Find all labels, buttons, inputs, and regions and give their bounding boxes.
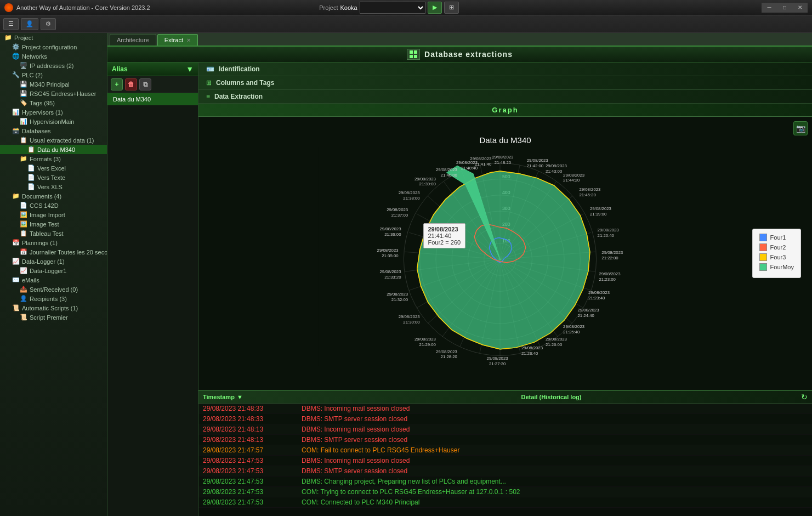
sidebar-item[interactable]: 📤Sent/Received (0) [0, 285, 107, 294]
delete-extraction-button[interactable]: 🗑 [125, 78, 137, 90]
columns-tags-section[interactable]: ⊞ Columns and Tags [198, 76, 812, 90]
list-item[interactable]: Data du M340 [107, 93, 198, 105]
log-row: 29/08/2023 21:47:53 DBMS: SMTP server se… [198, 466, 812, 477]
tree-label: eMails [22, 277, 39, 283]
log-row: 29/08/2023 21:48:33 DBMS: SMTP server se… [198, 414, 812, 424]
log-refresh-button[interactable]: ↻ [801, 393, 808, 401]
tab-extract[interactable]: Extract ✕ [157, 34, 198, 46]
sidebar-item[interactable]: 📊HypervisionMain [0, 117, 107, 126]
svg-text:29/08/2023: 29/08/2023 [387, 207, 408, 212]
svg-text:21:36:00: 21:36:00 [384, 232, 401, 237]
extraction-list: Alias ▼ + 🗑 ⧉ Data du M340 [107, 63, 198, 516]
sidebar-item[interactable]: 📈Data-Logger1 [0, 266, 107, 275]
sidebar-item[interactable]: 🖼️Image Import [0, 210, 107, 219]
sidebar-item[interactable]: 📄Vers XLS [0, 182, 107, 191]
svg-text:21:23:00: 21:23:00 [599, 277, 616, 282]
tree-label: Vers XLS [37, 184, 63, 190]
legend-item-four3: Four3 [759, 253, 794, 261]
legend-label-four2: Four2 [770, 244, 786, 251]
svg-text:21:35:00: 21:35:00 [382, 253, 399, 258]
list-toolbar: + 🗑 ⧉ [107, 76, 198, 93]
tree-label: Data du M340 [37, 146, 75, 153]
sidebar-item[interactable]: 👤Recipients (3) [0, 294, 107, 303]
tree-label: Image Import [30, 212, 65, 218]
sidebar-item[interactable]: 📊Hypervisors (1) [0, 107, 107, 117]
legend-label-four1: Four1 [770, 234, 786, 241]
tree-icon: 📄 [20, 202, 27, 209]
log-timestamp: 29/08/2023 21:47:53 [203, 457, 302, 464]
tree-icon: 📜 [20, 314, 27, 321]
svg-text:21:39:00: 21:39:00 [419, 182, 436, 186]
sidebar-item[interactable]: 📁Documents (4) [0, 191, 107, 201]
sidebar-item[interactable]: 📁Project [0, 33, 107, 42]
sidebar-item[interactable]: 🗃️Databases [0, 126, 107, 135]
sidebar-item[interactable]: 📋Usual extracted data (1) [0, 135, 107, 145]
svg-text:21:28:20: 21:28:20 [440, 354, 457, 359]
log-body[interactable]: 29/08/2023 21:48:33 DBMS: Incoming mail … [198, 404, 812, 516]
log-detail-column: Detail (Historical log) [302, 394, 801, 400]
sidebar-item[interactable]: 💾RSG45 Endress+Hauser [0, 89, 107, 98]
sidebar-item[interactable]: 🌐Networks [0, 52, 107, 61]
radar-chart: Data du M340 [314, 135, 697, 371]
tree-label: Usual extracted data (1) [30, 137, 94, 144]
log-row: 29/08/2023 21:47:53 DBMS: Incoming mail … [198, 456, 812, 466]
play-button[interactable]: ▶ [428, 2, 442, 14]
minimize-button[interactable]: ─ [762, 3, 777, 13]
log-message: DBMS: SMTP server session closed [302, 467, 808, 475]
svg-text:21:38:00: 21:38:00 [403, 196, 420, 201]
svg-text:21:26:00: 21:26:00 [545, 342, 562, 347]
user-button[interactable]: 👤 [21, 18, 38, 30]
sidebar-item[interactable]: 📈Data-Logger (1) [0, 257, 107, 266]
sidebar-item[interactable]: 📄Vers Texte [0, 173, 107, 182]
settings-button[interactable]: ⚙ [41, 18, 56, 30]
grid-button[interactable]: ⊞ [444, 2, 459, 14]
legend-item-fourmoy: FourMoy [759, 263, 794, 271]
svg-text:29/08/2023: 29/08/2023 [379, 226, 401, 231]
sidebar-item[interactable]: 📜Automatic Scripts (1) [0, 303, 107, 313]
sidebar-item[interactable]: 📅Plannings (1) [0, 238, 107, 247]
log-message: DBMS: SMTP server session closed [302, 436, 808, 444]
sidebar-item[interactable]: 📄Vers Excel [0, 163, 107, 173]
identification-section[interactable]: 🪪 Identification [198, 63, 812, 76]
screenshot-button[interactable]: 📷 [793, 121, 808, 135]
legend-label-fourmoy: FourMoy [770, 264, 794, 270]
radar-title: Data du M340 [314, 135, 697, 145]
sidebar: 📁Project⚙️Project configuration🌐Networks… [0, 33, 107, 516]
tree-label: Tags (95) [30, 100, 55, 106]
svg-text:21:22:00: 21:22:00 [601, 256, 618, 260]
log-filter-icon[interactable]: ▼ [237, 394, 243, 400]
svg-text:29/08/2023: 29/08/2023 [588, 290, 609, 295]
svg-text:29/08/2023: 29/08/2023 [398, 190, 419, 195]
tree-label: IP addresses (2) [30, 63, 74, 69]
svg-text:21:48:20: 21:48:20 [494, 160, 511, 165]
copy-extraction-button[interactable]: ⧉ [139, 78, 151, 90]
sidebar-item[interactable]: 💾M340 Principal [0, 80, 107, 89]
sidebar-item[interactable]: 📄CCS 142D [0, 201, 107, 210]
sidebar-item[interactable]: 🏷️Tags (95) [0, 98, 107, 107]
tab-close-extract[interactable]: ✕ [186, 37, 191, 43]
main-layout: 📁Project⚙️Project configuration🌐Networks… [0, 33, 812, 516]
sidebar-item[interactable]: 🖥️IP addresses (2) [0, 61, 107, 70]
menu-button[interactable]: ☰ [3, 18, 19, 30]
sidebar-item[interactable]: ✉️eMails [0, 275, 107, 285]
svg-text:29/08/2023: 29/08/2023 [414, 337, 435, 342]
sidebar-item[interactable]: 📋Data du M340 [0, 145, 107, 154]
project-dropdown[interactable] [360, 2, 425, 14]
add-extraction-button[interactable]: + [111, 78, 123, 90]
data-extraction-section[interactable]: ≡ Data Extraction [198, 90, 812, 104]
sidebar-item[interactable]: 📜Script Premier [0, 313, 107, 322]
sidebar-item[interactable]: 📅Journalier Toutes les 20 seco [0, 247, 107, 257]
maximize-button[interactable]: □ [777, 3, 792, 13]
close-button[interactable]: ✕ [792, 3, 808, 13]
svg-text:29/08/2023: 29/08/2023 [599, 271, 620, 276]
svg-rect-3 [414, 55, 417, 58]
sidebar-item[interactable]: 📁Formats (3) [0, 154, 107, 163]
sidebar-item[interactable]: 📋Tableau Test [0, 229, 107, 238]
sidebar-item[interactable]: ⚙️Project configuration [0, 42, 107, 52]
tree-label: Networks [22, 53, 47, 60]
svg-text:21:24:40: 21:24:40 [577, 313, 594, 318]
sidebar-item[interactable]: 🔧PLC (2) [0, 70, 107, 80]
sidebar-item[interactable]: 🖼️Image Test [0, 219, 107, 229]
columns-icon: ⊞ [206, 79, 212, 87]
tab-architecture[interactable]: Architecture [110, 34, 156, 46]
